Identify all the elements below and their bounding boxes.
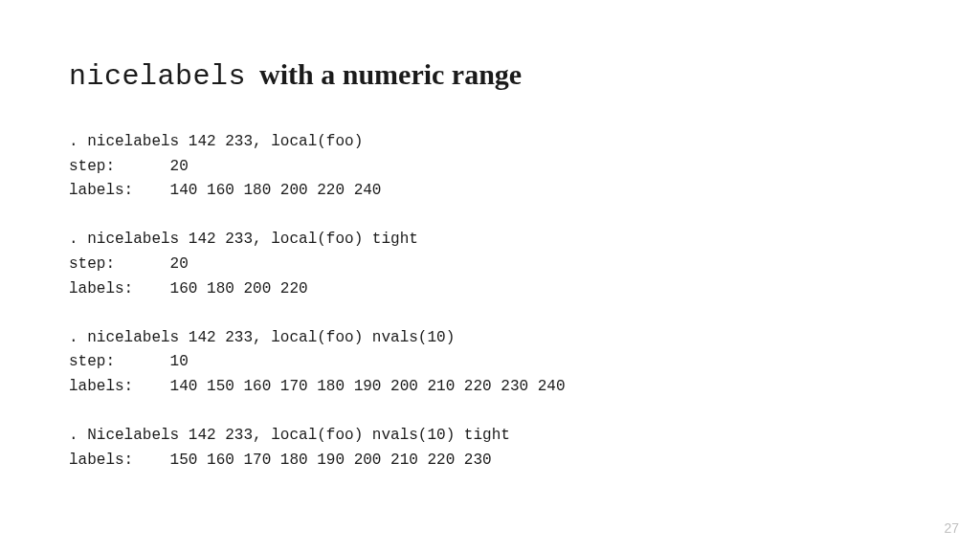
page-number: 27 xyxy=(944,520,959,536)
slide-title: nicelabelswith a numeric range xyxy=(69,57,911,94)
slide: nicelabelswith a numeric range . nicelab… xyxy=(0,0,980,551)
title-rest: with a numeric range xyxy=(259,58,522,90)
code-block: . nicelabels 142 233, local(foo) step: 2… xyxy=(69,130,911,473)
title-command: nicelabels xyxy=(69,60,246,93)
